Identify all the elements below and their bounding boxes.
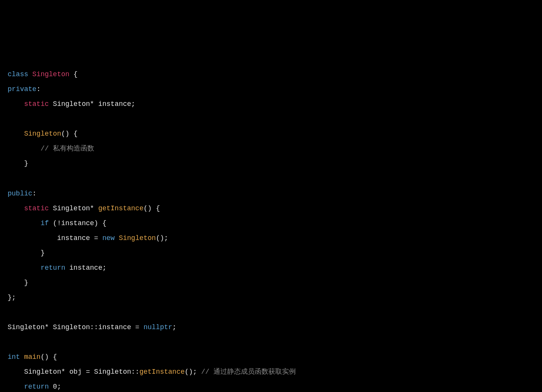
- declaration: Singleton* Singleton::instance =: [8, 323, 143, 331]
- code-line: Singleton* obj = Singleton::getInstance(…: [8, 368, 296, 376]
- code-block: class Singleton { private: static Single…: [8, 67, 534, 392]
- code-line: }: [8, 279, 28, 286]
- keyword-static: static: [24, 205, 49, 212]
- keyword-new: new: [102, 234, 114, 242]
- declaration: Singleton* instance;: [49, 100, 135, 108]
- keyword-int: int: [8, 353, 20, 361]
- keyword-return: return: [40, 264, 65, 272]
- code-line: int main() {: [8, 353, 57, 361]
- constructor-call: Singleton: [119, 234, 156, 242]
- nullptr-literal: nullptr: [143, 323, 172, 331]
- code-line: }: [8, 160, 28, 167]
- code-line: static Singleton* instance;: [8, 100, 135, 108]
- keyword-if: if: [40, 219, 49, 227]
- comment: // 私有构造函数: [40, 145, 94, 152]
- code-line: }: [8, 249, 45, 257]
- code-line: // 私有构造函数: [8, 145, 94, 152]
- comment: // 通过静态成员函数获取实例: [201, 368, 296, 376]
- keyword-return: return: [24, 383, 49, 390]
- keyword-private: private: [8, 85, 37, 93]
- code-line: };: [8, 294, 16, 301]
- keyword-static: static: [24, 100, 49, 108]
- function-main: main: [24, 353, 40, 361]
- code-line: Singleton* Singleton::instance = nullptr…: [8, 323, 176, 331]
- code-line: instance = new Singleton();: [8, 234, 168, 242]
- keyword-public: public: [8, 190, 32, 197]
- code-line: public:: [8, 190, 37, 197]
- code-line: return instance;: [8, 264, 106, 272]
- code-line: static Singleton* getInstance() {: [8, 205, 160, 212]
- class-name: Singleton: [32, 70, 69, 78]
- code-line: private:: [8, 85, 40, 93]
- function-name: getInstance: [98, 205, 144, 212]
- function-call: getInstance: [140, 368, 185, 376]
- code-line: Singleton() {: [8, 130, 78, 138]
- constructor-name: Singleton: [24, 130, 61, 138]
- code-line: class Singleton {: [8, 70, 78, 78]
- code-line: return 0;: [8, 383, 61, 390]
- keyword-class: class: [8, 70, 28, 78]
- code-line: if (!instance) {: [8, 219, 106, 227]
